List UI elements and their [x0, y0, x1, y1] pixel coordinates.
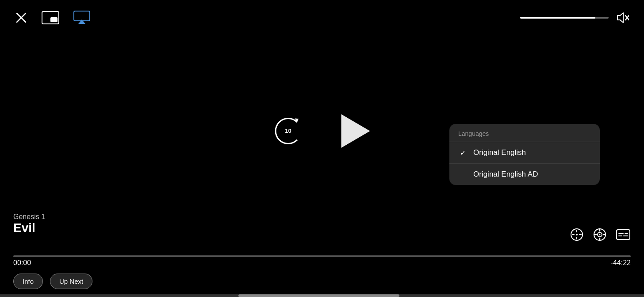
mute-icon [616, 12, 629, 24]
subtitles-icon [616, 228, 631, 242]
scroll-bar-thumb [238, 294, 399, 297]
dropdown-header: Languages [449, 124, 600, 142]
svg-point-17 [599, 234, 601, 235]
svg-marker-6 [617, 13, 623, 23]
volume-controls [520, 10, 631, 26]
subtitles-button[interactable] [616, 228, 631, 242]
time-remaining: -44:22 [611, 259, 631, 267]
mute-button[interactable] [614, 10, 631, 26]
volume-fill [520, 17, 595, 19]
play-button[interactable] [338, 114, 370, 148]
airplay-icon [73, 11, 90, 25]
top-left-controls [13, 9, 92, 27]
rewind-number: 10 [285, 127, 291, 134]
volume-slider[interactable] [520, 17, 609, 19]
time-current: 00:00 [13, 259, 31, 267]
language-dropdown: Languages ✓ Original English Original En… [449, 124, 600, 185]
info-button[interactable]: Info [13, 274, 43, 289]
svg-rect-4 [74, 11, 90, 21]
play-triangle [341, 114, 370, 148]
language-item-original-english[interactable]: ✓ Original English [449, 142, 600, 163]
rewind-button[interactable]: 10 [274, 117, 303, 145]
speed-icon [570, 228, 584, 242]
progress-track[interactable] [13, 255, 631, 257]
progress-container [13, 255, 631, 257]
svg-rect-22 [617, 230, 630, 239]
language-label-original-english: Original English [473, 148, 526, 157]
rewind-circle: 10 [275, 118, 302, 144]
airplay-button[interactable] [72, 9, 92, 27]
language-label-original-english-ad: Original English AD [473, 170, 538, 179]
bottom-buttons: Info Up Next [13, 274, 92, 289]
close-icon [15, 12, 27, 24]
svg-rect-3 [50, 17, 58, 22]
scroll-bar[interactable] [0, 294, 644, 297]
pip-button[interactable] [40, 9, 61, 26]
up-next-button[interactable]: Up Next [50, 274, 92, 289]
episode-label: Genesis 1 [13, 213, 45, 221]
pip-icon [42, 11, 59, 24]
top-bar [0, 0, 644, 35]
bottom-right-icons [570, 228, 631, 242]
language-item-original-english-ad[interactable]: Original English AD [449, 163, 600, 185]
time-labels: 00:00 -44:22 [13, 259, 631, 267]
close-button[interactable] [13, 10, 29, 26]
svg-marker-5 [78, 19, 85, 24]
audio-icon [593, 228, 607, 242]
audio-button[interactable] [593, 228, 607, 242]
check-mark-original-english: ✓ [458, 149, 467, 157]
svg-point-10 [576, 234, 578, 235]
episode-title: Evil [13, 221, 45, 235]
center-controls: 10 [274, 114, 370, 148]
speed-button[interactable] [570, 228, 584, 242]
episode-info: Genesis 1 Evil [13, 213, 45, 235]
